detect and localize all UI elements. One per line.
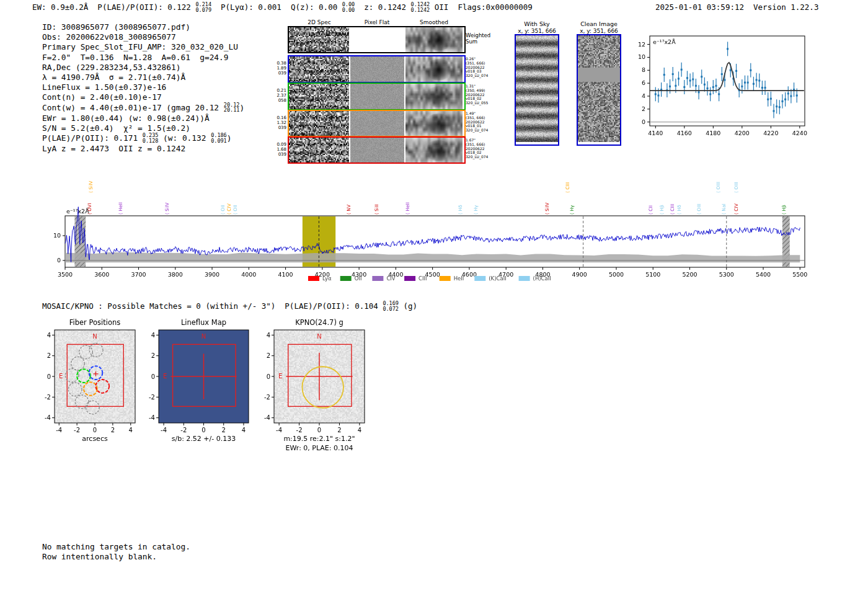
twod-weight-value: 1.68 xyxy=(268,147,286,152)
spectrum-line-label: ( SiII xyxy=(374,204,379,215)
kpno_cutout-ytick-label: -2 xyxy=(264,394,270,401)
text-run: MOSAIC/KPNO : Possible Matches = 0 (with… xyxy=(42,301,383,311)
linefit-plot-frame xyxy=(650,36,805,126)
twod-spec-image xyxy=(289,84,349,109)
spectrum-xtick-label: 5200 xyxy=(682,271,697,278)
linefit-datapoint xyxy=(735,70,737,72)
spectrum-line-label: ( OIII xyxy=(733,182,739,193)
spectrum-xtick-label: 5500 xyxy=(792,271,807,278)
twod-pixelflat-image xyxy=(350,138,404,162)
lineflux_map-ytick-label: 0 xyxy=(151,373,155,380)
fiber_positions-xtick-label: 0 xyxy=(93,427,97,433)
spectrum-xtick-label: 4700 xyxy=(498,271,513,278)
linefit-datapoint xyxy=(683,86,685,88)
spectrum-line-label: ( OIII xyxy=(696,203,702,215)
linefit-xtick-label: 4180 xyxy=(706,130,720,136)
spectrum-line-label: ( Hγ xyxy=(569,205,575,215)
stacked-uncertainty: 0.000.00 xyxy=(342,2,355,12)
legend-label: (K)CaII xyxy=(489,275,506,282)
info-line: F=2.0" T=0.136 N=1.28 A=0.61 g=24.9 xyxy=(42,53,244,63)
legend-swatch xyxy=(340,276,352,281)
legend-swatch xyxy=(372,276,383,281)
spectrum-line-label: ( CIII xyxy=(565,182,570,193)
spectrum-line-label: ( HeII xyxy=(405,202,410,215)
twod-spec-image xyxy=(289,27,349,52)
linefit-datapoint xyxy=(704,84,706,86)
stacked-uncertainty: 20.1220.11 xyxy=(224,102,240,113)
text-run: (g) xyxy=(399,301,417,311)
linefit-ytick-label: 4 xyxy=(642,92,645,99)
linefit-ytick-label: 10 xyxy=(638,53,645,60)
fiber_positions-ytick-label: -4 xyxy=(45,414,51,421)
twod-row-info: WeightedSum xyxy=(466,32,503,45)
linefit-datapoint xyxy=(657,94,659,96)
twod-smoothed-image xyxy=(405,27,463,52)
lineflux_map-image xyxy=(159,330,249,423)
linefit-xtick-label: 4220 xyxy=(763,130,778,136)
stacked-uncertainty: 0.2140.079 xyxy=(195,2,211,12)
text-run: F=2.0" T=0.136 N=1.28 A=0.61 g=24.9 xyxy=(42,53,228,62)
spectrum-line-label: ( SiIV xyxy=(544,202,550,215)
linefit-datapoint xyxy=(721,73,723,75)
linefit-datapoint xyxy=(715,85,717,87)
spectrum-xtick-label: 3500 xyxy=(58,271,73,278)
text-run: ) xyxy=(239,103,244,112)
kpno_cutout-xtick-label: -4 xyxy=(276,427,282,433)
linefit-datapoint xyxy=(663,74,665,76)
info-line: LyA z = 2.4473 OII z = 0.1242 xyxy=(42,144,244,154)
linefit-datapoint xyxy=(779,106,781,108)
elixer-report-page: EW: 0.9±0.2Å P(LAE)/P(OII): 0.122 0.2140… xyxy=(0,0,868,591)
linefit-ytick-label: 0 xyxy=(642,118,645,125)
twod-weight-value: 039 xyxy=(268,125,286,130)
spectrum-line-label: ( Hβ xyxy=(781,205,787,215)
spectrum-line-label: ( Hδ xyxy=(458,205,463,215)
linefit-datapoint xyxy=(724,79,725,81)
twod-weight-value: 2.37 xyxy=(268,93,286,98)
spectrum-line-label: ( NaI xyxy=(721,203,727,215)
spectrum-xtick-label: 4200 xyxy=(315,271,330,278)
kpno_cutout-xtick-label: 0 xyxy=(317,427,321,433)
report-version: Version 1.22.3 xyxy=(753,2,818,12)
text-run: Obs: 20200622v018_3008965077 xyxy=(42,32,176,42)
kpno_cutout-xtick-label: 4 xyxy=(358,427,361,433)
twod-smoothed-image xyxy=(405,138,463,162)
linefit-datapoint xyxy=(781,100,783,102)
lineflux_map-xtick-label: 0 xyxy=(202,427,205,433)
stacked-uncertainty: 0.1690.072 xyxy=(383,301,399,311)
linefit-datapoint xyxy=(655,93,657,95)
lineflux_map-xtick-label: 4 xyxy=(242,427,246,433)
spectrum-flux-line xyxy=(65,207,800,262)
kpno_cutout-xtick-label: 2 xyxy=(337,427,341,433)
header-meta-gap xyxy=(744,2,753,12)
stacked-uncertainty: 0.12420.1242 xyxy=(411,2,430,12)
linefit-ytick-label: 8 xyxy=(642,66,645,73)
linefit-datapoint xyxy=(689,79,691,81)
lineflux_map-ytick-label: -2 xyxy=(149,394,155,401)
twod-spec-image xyxy=(289,111,349,136)
twod-pixelflat-image xyxy=(350,84,404,109)
uncertainty-lo: 0.128 xyxy=(143,138,159,144)
twod-row-weights: 0.381.89039 xyxy=(268,61,286,76)
spectrum-xtick-label: 4900 xyxy=(572,271,587,278)
spectrum-line-label: ( SiIV xyxy=(88,180,94,193)
detected-line-highlight-band xyxy=(303,216,335,267)
spectrum-xtick-label: 3900 xyxy=(205,271,219,278)
linefit-datapoint xyxy=(767,99,769,100)
kpno_cutout-ytick-label: 0 xyxy=(267,373,270,380)
linefit-ytick-label: 2 xyxy=(642,105,645,112)
twod-row-info: 1.49"(351, 666)20200622v018_01320_LU_074 xyxy=(466,112,503,133)
twod-pixelflat-image xyxy=(350,111,404,136)
linefit-datapoint xyxy=(744,82,746,84)
twod-info-line: 320_LU_055 xyxy=(466,101,503,105)
linefit-datapoint xyxy=(666,89,668,91)
spectrum-line-label: ( OII xyxy=(220,205,226,215)
linefit-datapoint xyxy=(730,69,732,71)
twod-column-header: Pixel Flat xyxy=(349,19,405,25)
excluded-hatch-band xyxy=(74,216,86,267)
linefit-datapoint xyxy=(672,73,674,75)
twod-row-weights: 0.091.68039 xyxy=(268,142,286,157)
legend-label: HeII xyxy=(454,275,464,282)
info-line: Obs: 20200622v018_3008965077 xyxy=(42,32,244,42)
linefit-datapoint xyxy=(796,94,798,96)
spectrum-error-band xyxy=(65,252,800,262)
